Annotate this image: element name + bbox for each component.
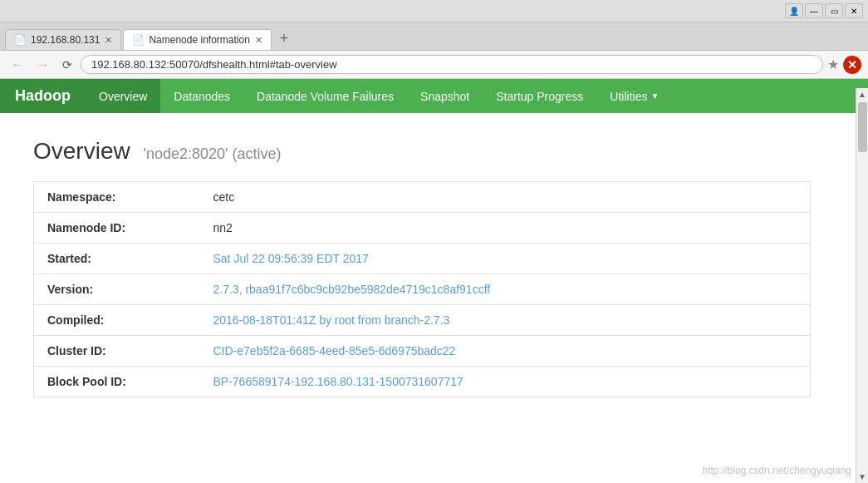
url-input[interactable] — [81, 55, 823, 74]
nav-utilities[interactable]: Utilities ▼ — [596, 79, 672, 113]
nav-snapshot[interactable]: Snapshot — [407, 79, 483, 113]
table-cell-label: Cluster ID: — [34, 336, 200, 367]
table-cell-value: CID-e7eb5f2a-6685-4eed-85e5-6d6975badc22 — [200, 336, 811, 367]
info-table: Namespace:cetcNamenode ID:nn2Started:Sat… — [33, 181, 811, 397]
table-cell-value: Sat Jul 22 09:56:39 EDT 2017 — [200, 244, 811, 274]
nav-datanodes[interactable]: Datanodes — [160, 79, 243, 113]
new-tab-button[interactable]: + — [273, 27, 296, 50]
table-cell-value: nn2 — [200, 213, 811, 244]
table-row: Started:Sat Jul 22 09:56:39 EDT 2017 — [34, 244, 811, 274]
tab-bar: 📄 192.168.80.131 ✕ 📄 Namenode informatio… — [0, 22, 868, 51]
bookmark-button[interactable]: ★ — [827, 57, 839, 72]
restore-btn[interactable]: ▭ — [825, 3, 843, 18]
tab-1-title: 192.168.80.131 — [31, 34, 100, 46]
user-icon-btn[interactable]: 👤 — [785, 3, 803, 18]
table-cell-label: Block Pool ID: — [34, 367, 200, 397]
nav-datanode-volume-failures[interactable]: Datanode Volume Failures — [243, 79, 407, 113]
table-cell-label: Version: — [34, 274, 200, 305]
tab-1-icon: 📄 — [14, 34, 27, 46]
table-row: Version:2.7.3, rbaa91f7c6bc9cb92be5982de… — [34, 274, 811, 305]
scrollbar[interactable]: ▲ ▼ — [856, 88, 868, 483]
table-cell-value: 2.7.3, rbaa91f7c6bc9cb92be5982de4719c1c8… — [200, 274, 811, 305]
menu-button[interactable]: ✕ — [843, 56, 861, 74]
main-content: Overview 'node2:8020' (active) Namespace… — [0, 113, 868, 476]
forward-button[interactable]: → — [32, 56, 54, 74]
table-cell-value: BP-766589174-192.168.80.131-150073160771… — [200, 367, 811, 397]
tab-1[interactable]: 📄 192.168.80.131 ✕ — [5, 29, 121, 50]
table-row: Block Pool ID:BP-766589174-192.168.80.13… — [34, 367, 811, 397]
watermark: http://blog.csdn.net/chengyuqiang — [703, 465, 851, 476]
table-cell-label: Started: — [34, 244, 200, 274]
tab-2-close[interactable]: ✕ — [255, 35, 262, 46]
minimize-btn[interactable]: — — [805, 3, 823, 18]
table-cell-label: Namenode ID: — [34, 213, 200, 244]
nav-overview[interactable]: Overview — [86, 79, 160, 113]
hadoop-navbar: Hadoop Overview Datanodes Datanode Volum… — [0, 79, 868, 113]
refresh-button[interactable]: ⟳ — [58, 57, 76, 73]
table-row: Cluster ID:CID-e7eb5f2a-6685-4eed-85e5-6… — [34, 336, 811, 367]
tab-2-icon: 📄 — [132, 34, 145, 46]
table-cell-label: Namespace: — [34, 182, 200, 213]
table-cell-label: Compiled: — [34, 305, 200, 336]
page-subtitle: 'node2:8020' (active) — [143, 145, 281, 162]
table-cell-value: cetc — [200, 182, 811, 213]
page-title: Overview 'node2:8020' (active) — [33, 138, 835, 165]
table-row: Namenode ID:nn2 — [34, 213, 811, 244]
close-btn[interactable]: ✕ — [845, 3, 863, 18]
tab-2[interactable]: 📄 Namenode information ✕ — [123, 29, 271, 50]
tab-2-title: Namenode information — [149, 34, 249, 46]
tab-1-close[interactable]: ✕ — [105, 35, 112, 46]
table-row: Compiled:2016-08-18T01:41Z by root from … — [34, 305, 811, 336]
back-button[interactable]: ← — [7, 56, 28, 74]
hadoop-brand: Hadoop — [0, 79, 86, 113]
address-bar-row: ← → ⟳ ★ ✕ — [0, 51, 868, 79]
nav-startup-progress[interactable]: Startup Progress — [483, 79, 596, 113]
utilities-dropdown-icon: ▼ — [650, 91, 659, 101]
window-controls-bar: 👤 — ▭ ✕ — [0, 0, 868, 22]
scroll-down-arrow[interactable]: ▼ — [858, 472, 866, 481]
table-row: Namespace:cetc — [34, 182, 811, 213]
scroll-up-arrow[interactable]: ▲ — [858, 90, 866, 99]
scroll-thumb[interactable] — [858, 102, 867, 152]
table-cell-value: 2016-08-18T01:41Z by root from branch-2.… — [200, 305, 811, 336]
